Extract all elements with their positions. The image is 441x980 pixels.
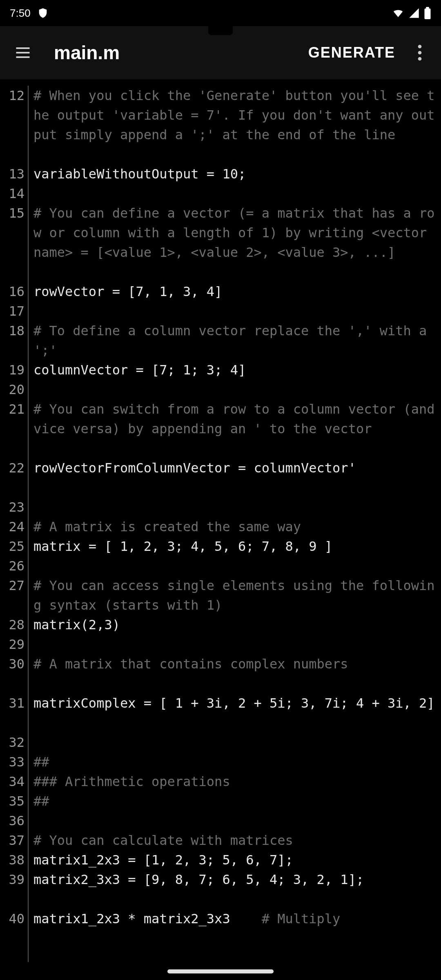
line-number: 26 — [0, 556, 24, 576]
line-number: 31 — [0, 693, 24, 713]
line-number-gutter: 1213141516171819202122232425262728293031… — [0, 86, 29, 962]
code-line[interactable]: rowVector = [7, 1, 3, 4] — [33, 282, 441, 301]
code-line[interactable] — [33, 733, 441, 752]
line-number: 25 — [0, 537, 24, 556]
battery-icon — [424, 7, 431, 19]
line-number: 37 — [0, 831, 24, 850]
line-number: 35 — [0, 791, 24, 811]
code-line[interactable]: # A matrix that contains complex numbers — [33, 654, 441, 693]
line-number-continuation — [0, 223, 24, 243]
file-title: main.m — [54, 42, 297, 64]
code-line[interactable]: # You can define a vector (= a matrix th… — [33, 203, 441, 282]
code-line[interactable]: # To define a column vector replace the … — [33, 321, 441, 360]
code-line[interactable]: # When you click the 'Generate' button y… — [33, 86, 441, 164]
shield-icon — [37, 7, 49, 19]
line-number: 16 — [0, 282, 24, 301]
menu-icon[interactable] — [8, 38, 38, 67]
line-number: 15 — [0, 203, 24, 223]
code-line[interactable] — [33, 497, 441, 517]
code-line[interactable]: # You can switch from a row to a column … — [33, 399, 441, 458]
code-editor[interactable]: 1213141516171819202122232425262728293031… — [0, 79, 441, 962]
code-line[interactable]: matrix = [ 1, 2, 3; 4, 5, 6; 7, 8, 9 ] — [33, 537, 441, 556]
nav-handle[interactable] — [167, 969, 274, 973]
more-icon[interactable] — [407, 38, 433, 67]
svg-point-5 — [418, 45, 422, 49]
line-number: 24 — [0, 517, 24, 537]
line-number-continuation — [0, 439, 24, 458]
line-number: 32 — [0, 733, 24, 752]
line-number: 12 — [0, 86, 24, 105]
line-number: 14 — [0, 184, 24, 203]
line-number: 23 — [0, 497, 24, 517]
line-number-continuation — [0, 419, 24, 439]
code-line[interactable]: rowVectorFromColumnVector = columnVector… — [33, 458, 441, 497]
code-line[interactable]: ## — [33, 752, 441, 772]
line-number: 38 — [0, 850, 24, 870]
line-number-continuation — [0, 674, 24, 693]
line-number: 21 — [0, 399, 24, 419]
line-number-continuation — [0, 595, 24, 615]
signal-icon — [408, 7, 420, 19]
generate-button[interactable]: GENERATE — [297, 36, 407, 69]
line-number: 28 — [0, 615, 24, 635]
line-number: 39 — [0, 870, 24, 889]
code-line[interactable]: matrix(2,3) — [33, 615, 441, 635]
line-number: 34 — [0, 772, 24, 791]
code-line[interactable]: matrix1_2x3 = [1, 2, 3; 5, 6, 7]; — [33, 850, 441, 870]
code-line[interactable] — [33, 635, 441, 654]
line-number-continuation — [0, 262, 24, 282]
line-number-continuation — [0, 889, 24, 909]
svg-rect-1 — [426, 7, 429, 9]
line-number: 27 — [0, 576, 24, 595]
line-number-continuation — [0, 105, 24, 125]
status-time: 7:50 — [10, 7, 31, 20]
code-line[interactable] — [33, 556, 441, 576]
line-number: 18 — [0, 321, 24, 341]
line-number-continuation — [0, 713, 24, 733]
wifi-icon — [392, 7, 404, 19]
line-number: 40 — [0, 909, 24, 929]
code-line[interactable]: columnVector = [7; 1; 3; 4] — [33, 360, 441, 380]
code-line[interactable] — [33, 811, 441, 831]
camera-notch — [208, 19, 233, 35]
svg-point-7 — [418, 57, 422, 61]
code-line[interactable]: ## — [33, 791, 441, 811]
code-line[interactable]: ### Arithmetic operations — [33, 772, 441, 791]
code-line[interactable]: variableWithoutOutput = 10; — [33, 164, 441, 184]
code-line[interactable]: matrix2_3x3 = [9, 8, 7; 6, 5, 4; 3, 2, 1… — [33, 870, 441, 909]
line-number-continuation — [0, 341, 24, 360]
line-number-continuation — [0, 243, 24, 262]
svg-rect-0 — [425, 9, 431, 19]
line-number-continuation — [0, 145, 24, 164]
line-number: 19 — [0, 360, 24, 380]
code-line[interactable]: # A matrix is created the same way — [33, 517, 441, 537]
code-area[interactable]: # When you click the 'Generate' button y… — [29, 86, 441, 962]
line-number-continuation — [0, 478, 24, 497]
code-line[interactable]: matrixComplex = [ 1 + 3i, 2 + 5i; 3, 7i;… — [33, 693, 441, 733]
code-line[interactable]: # You can calculate with matrices — [33, 831, 441, 850]
line-number: 22 — [0, 458, 24, 478]
line-number: 33 — [0, 752, 24, 772]
line-number: 13 — [0, 164, 24, 184]
svg-point-6 — [418, 51, 422, 55]
line-number: 20 — [0, 380, 24, 399]
line-number-continuation — [0, 125, 24, 145]
code-line[interactable]: matrix1_2x3 * matrix2_3x3 # Multiply — [33, 909, 441, 929]
code-line[interactable] — [33, 380, 441, 399]
line-number: 36 — [0, 811, 24, 831]
line-number: 17 — [0, 301, 24, 321]
code-line[interactable]: # You can access single elements using t… — [33, 576, 441, 615]
line-number: 30 — [0, 654, 24, 674]
line-number: 29 — [0, 635, 24, 654]
code-line[interactable] — [33, 301, 441, 321]
code-line[interactable] — [33, 184, 441, 203]
